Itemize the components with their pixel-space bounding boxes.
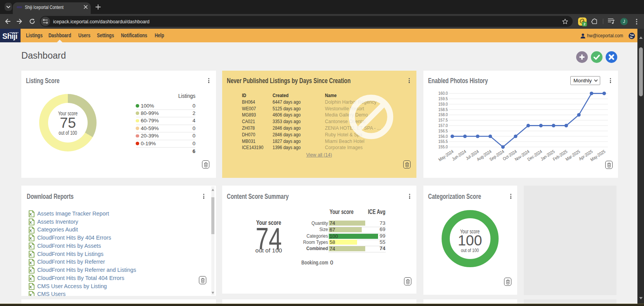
svg-text:x: x bbox=[29, 244, 32, 249]
svg-text:x: x bbox=[29, 212, 32, 216]
svg-text:158.5: 158.5 bbox=[439, 107, 448, 112]
svg-text:x: x bbox=[29, 228, 32, 233]
svg-text:157.0: 157.0 bbox=[439, 123, 448, 128]
svg-text:x: x bbox=[29, 276, 32, 281]
svg-text:Mar-2025: Mar-2025 bbox=[565, 149, 581, 162]
svg-text:Jun-2024: Jun-2024 bbox=[451, 149, 467, 162]
svg-text:156.5: 156.5 bbox=[439, 128, 448, 133]
svg-text:155.5: 155.5 bbox=[439, 139, 448, 144]
svg-text:159.5: 159.5 bbox=[439, 96, 448, 101]
svg-text:155.0: 155.0 bbox=[439, 144, 448, 149]
svg-text:x: x bbox=[29, 284, 32, 289]
svg-text:x: x bbox=[29, 292, 32, 296]
svg-text:160.0: 160.0 bbox=[439, 90, 448, 96]
svg-text:156.0: 156.0 bbox=[439, 134, 448, 139]
svg-text:x: x bbox=[29, 268, 32, 273]
svg-text:x: x bbox=[29, 220, 32, 224]
svg-text:x: x bbox=[29, 236, 32, 240]
svg-text:x: x bbox=[29, 260, 32, 265]
svg-text:x: x bbox=[29, 252, 32, 257]
svg-text:158.0: 158.0 bbox=[439, 112, 448, 117]
svg-text:157.5: 157.5 bbox=[439, 117, 448, 122]
svg-text:May-2024: May-2024 bbox=[437, 149, 454, 162]
svg-text:159.0: 159.0 bbox=[439, 101, 448, 106]
svg-text:Sep-2024: Sep-2024 bbox=[489, 149, 505, 162]
svg-text:Dec-2024: Dec-2024 bbox=[527, 149, 543, 162]
